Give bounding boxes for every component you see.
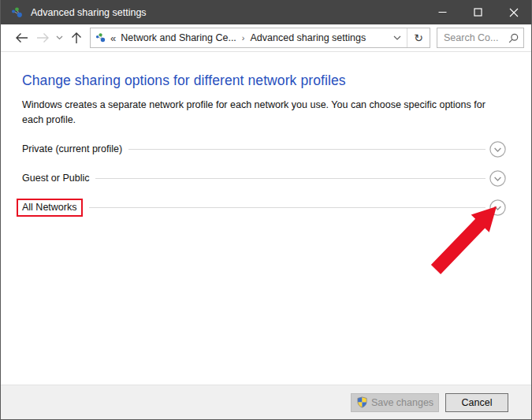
breadcrumb-item-network-sharing-center[interactable]: Network and Sharing Ce...	[121, 32, 236, 43]
recent-pages-dropdown[interactable]	[53, 26, 65, 50]
address-dropdown-button[interactable]	[388, 28, 407, 47]
up-button[interactable]	[65, 26, 87, 50]
page-description: Windows creates a separate network profi…	[22, 98, 507, 128]
chevron-down-circle-icon	[489, 170, 506, 187]
maximize-icon	[474, 8, 482, 17]
refresh-button[interactable]: ↻	[407, 28, 430, 47]
breadcrumb-separator-icon: ›	[242, 33, 245, 43]
search-input[interactable]	[444, 32, 508, 43]
close-button[interactable]	[496, 0, 531, 24]
network-sharing-icon	[11, 6, 24, 19]
close-icon	[509, 8, 519, 17]
address-bar[interactable]: « Network and Sharing Ce... › Advanced s…	[90, 28, 430, 48]
chevron-down-circle-icon	[489, 141, 506, 158]
profile-row-private: Private (current profile)	[22, 135, 531, 164]
window-title: Advanced sharing settings	[31, 7, 147, 18]
forward-button[interactable]	[32, 26, 53, 50]
advanced-sharing-settings-window: Advanced sharing settings	[0, 0, 532, 420]
uac-shield-icon	[356, 396, 368, 408]
page-title: Change sharing options for different net…	[22, 72, 531, 89]
minimize-icon	[438, 8, 447, 17]
profile-label-all-networks annotation-highlight-box: All Networks	[17, 199, 83, 217]
divider-line	[128, 149, 485, 150]
main-content: Change sharing options for different net…	[1, 52, 531, 222]
window-controls	[425, 0, 531, 24]
profile-row-guest-public: Guest or Public	[22, 164, 531, 193]
breadcrumb-item-advanced-sharing-settings[interactable]: Advanced sharing settings	[251, 32, 366, 43]
back-button[interactable]	[10, 26, 32, 50]
search-icon[interactable]	[508, 33, 519, 43]
forward-arrow-icon	[36, 32, 50, 43]
navigation-bar: « Network and Sharing Ce... › Advanced s…	[1, 24, 531, 52]
address-network-icon	[95, 32, 106, 43]
profile-label-guest-public: Guest or Public	[22, 173, 89, 184]
cancel-label: Cancel	[462, 397, 493, 408]
title-bar: Advanced sharing settings	[1, 0, 531, 24]
chevron-down-icon	[56, 35, 63, 40]
chevron-down-icon	[393, 35, 401, 41]
search-box	[437, 28, 524, 48]
divider-line	[95, 178, 485, 179]
footer-bar: Save changes Cancel	[1, 385, 531, 419]
breadcrumb-overflow-chevron[interactable]: «	[110, 32, 116, 44]
minimize-button[interactable]	[425, 0, 460, 24]
expand-private-button[interactable]	[489, 141, 506, 158]
expand-guest-public-button[interactable]	[489, 170, 506, 187]
annotation-arrow	[426, 201, 505, 276]
cancel-button[interactable]: Cancel	[445, 393, 508, 412]
refresh-icon: ↻	[414, 32, 423, 44]
save-changes-label: Save changes	[371, 397, 433, 408]
back-arrow-icon	[15, 32, 28, 43]
up-arrow-icon	[71, 32, 82, 44]
maximize-button[interactable]	[460, 0, 496, 24]
profile-label-private: Private (current profile)	[22, 143, 122, 154]
save-changes-button[interactable]: Save changes	[351, 393, 439, 412]
